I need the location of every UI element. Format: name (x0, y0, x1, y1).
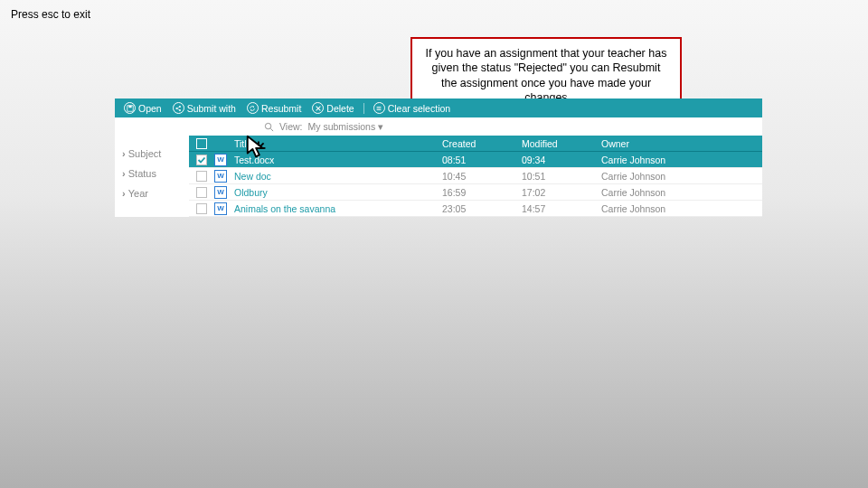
word-file-icon: W (214, 186, 227, 199)
row-modified: 14:57 (520, 203, 599, 214)
row-checkbox[interactable] (196, 187, 207, 198)
table-row[interactable]: WNew doc10:4510:51Carrie Johnson (189, 168, 762, 184)
select-all-checkbox[interactable] (196, 138, 207, 149)
row-checkbox[interactable] (196, 155, 207, 165)
search-view-row: View: My submissions ▾ (189, 117, 762, 136)
open-button[interactable]: Open (120, 102, 165, 114)
svg-line-6 (177, 108, 181, 110)
table-row[interactable]: WAnimals on the savanna23:0514:57Carrie … (189, 201, 762, 217)
row-owner: Carrie Johnson (599, 155, 753, 165)
chevron-down-icon: ▾ (378, 121, 383, 132)
word-file-icon: W (214, 202, 227, 215)
col-created[interactable]: Created (440, 138, 520, 149)
col-modified[interactable]: Modified (520, 138, 599, 149)
content-area: View: My submissions ▾ Title Created Mod… (189, 117, 762, 217)
row-created: 08:51 (440, 155, 520, 165)
view-label: View: (279, 121, 303, 132)
table-header: Title Created Modified Owner (189, 136, 762, 152)
clear-label: Clear selection (388, 103, 450, 114)
svg-line-5 (177, 107, 181, 108)
sidebar-item-status[interactable]: Status (122, 168, 189, 179)
close-icon (312, 102, 324, 114)
row-owner: Carrie Johnson (599, 187, 753, 198)
svg-line-16 (260, 143, 264, 146)
refresh-icon (247, 102, 259, 114)
row-created: 16:59 (440, 187, 520, 198)
clear-icon (373, 102, 385, 114)
svg-point-12 (265, 123, 270, 128)
row-modified: 09:34 (520, 155, 599, 165)
pointer-cursor-icon (244, 134, 271, 164)
table-row[interactable]: WTest.docx08:5109:34Carrie Johnson (189, 152, 762, 168)
svg-line-13 (270, 128, 273, 131)
toolbar-separator (363, 103, 364, 114)
clear-selection-button[interactable]: Clear selection (370, 102, 454, 114)
svg-rect-1 (128, 105, 131, 107)
submit-label: Submit with (187, 103, 236, 114)
share-icon (173, 102, 184, 114)
row-modified: 10:51 (520, 171, 599, 182)
sidebar-item-subject[interactable]: Subject (122, 148, 189, 159)
esc-hint: Press esc to exit (11, 8, 90, 21)
submit-with-button[interactable]: Submit with (169, 102, 240, 114)
resubmit-label: Resubmit (261, 103, 301, 114)
assignments-panel: Open Submit with Resubmit Delete Clear s… (115, 99, 762, 217)
delete-button[interactable]: Delete (308, 102, 357, 114)
row-title[interactable]: New doc (234, 171, 271, 182)
resubmit-button[interactable]: Resubmit (243, 102, 305, 114)
col-owner[interactable]: Owner (599, 138, 753, 149)
view-dropdown[interactable]: My submissions ▾ (308, 121, 384, 132)
row-title[interactable]: Animals on the savanna (234, 203, 335, 214)
word-file-icon: W (214, 170, 227, 183)
row-checkbox[interactable] (196, 171, 207, 182)
open-label: Open (138, 103, 162, 114)
action-toolbar: Open Submit with Resubmit Delete Clear s… (115, 99, 762, 117)
table-row[interactable]: WOldbury16:5917:02Carrie Johnson (189, 184, 762, 201)
row-owner: Carrie Johnson (599, 203, 753, 214)
search-icon[interactable] (264, 122, 274, 132)
word-file-icon: W (214, 154, 227, 166)
row-checkbox[interactable] (196, 203, 207, 214)
delete-label: Delete (326, 103, 354, 114)
row-created: 10:45 (440, 171, 520, 182)
row-created: 23:05 (440, 203, 520, 214)
filter-sidebar: Subject Status Year (115, 117, 189, 217)
sidebar-item-year[interactable]: Year (122, 188, 189, 199)
row-title[interactable]: Oldbury (234, 187, 268, 198)
row-modified: 17:02 (520, 187, 599, 198)
row-owner: Carrie Johnson (599, 171, 753, 182)
save-icon (124, 102, 136, 114)
